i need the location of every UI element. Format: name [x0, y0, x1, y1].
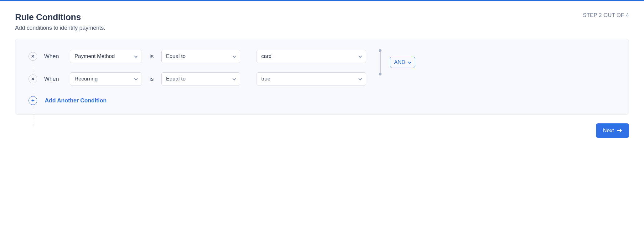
field-select-value: Payment Method	[75, 53, 115, 59]
operator-select-value: Equal to	[166, 76, 185, 82]
condition-row: ✕ When Payment Method is Equal to card	[29, 50, 366, 63]
add-condition-row: + Add Another Condition	[29, 96, 615, 105]
value-select-value: card	[261, 53, 272, 59]
conditions-container: ✕ When Payment Method is Equal to card	[29, 50, 615, 105]
operator-select[interactable]: Equal to	[161, 72, 240, 85]
operator-select-value: Equal to	[166, 53, 185, 59]
step-indicator: STEP 2 OUT OF 4	[583, 12, 629, 18]
close-icon: ✕	[31, 77, 35, 81]
arrow-right-icon	[617, 128, 622, 133]
add-condition-button[interactable]: +	[29, 96, 37, 105]
bracket-line	[380, 51, 381, 74]
chevron-down-icon	[358, 77, 362, 80]
condition-row: ✕ When Recurring is Equal to true	[29, 72, 366, 85]
remove-condition-button[interactable]: ✕	[29, 75, 37, 83]
conditions-panel: ✕ When Payment Method is Equal to card	[15, 39, 629, 115]
field-select[interactable]: Recurring	[70, 72, 142, 85]
page-header: Rule Conditions STEP 2 OUT OF 4	[15, 12, 629, 22]
operator-select[interactable]: Equal to	[161, 50, 240, 63]
page-footer: Next	[15, 123, 629, 138]
page-title: Rule Conditions	[15, 12, 81, 22]
page-subtitle: Add conditions to identify payments.	[15, 25, 629, 31]
value-select[interactable]: true	[257, 72, 366, 85]
rule-conditions-page: Rule Conditions STEP 2 OUT OF 4 Add cond…	[0, 0, 644, 148]
when-label: When	[44, 53, 63, 60]
value-select[interactable]: card	[257, 50, 366, 63]
chevron-down-icon	[232, 77, 236, 80]
field-select-value: Recurring	[75, 76, 98, 82]
chevron-down-icon	[232, 54, 236, 58]
condition-rows: ✕ When Payment Method is Equal to card	[29, 50, 366, 85]
value-select-value: true	[261, 76, 270, 82]
combinator-select[interactable]: AND	[390, 57, 415, 68]
combinator-label: AND	[394, 59, 405, 65]
chevron-down-icon	[134, 77, 138, 80]
is-label: is	[149, 76, 154, 82]
chevron-down-icon	[408, 60, 411, 64]
next-button[interactable]: Next	[596, 123, 629, 138]
when-label: When	[44, 76, 63, 82]
chevron-down-icon	[134, 54, 138, 58]
next-button-label: Next	[603, 127, 614, 134]
combinator-bracket	[379, 49, 386, 76]
bracket-dot-icon	[379, 73, 382, 75]
field-select[interactable]: Payment Method	[70, 50, 142, 63]
remove-condition-button[interactable]: ✕	[29, 52, 37, 61]
close-icon: ✕	[31, 54, 35, 59]
plus-icon: +	[31, 98, 35, 103]
is-label: is	[149, 53, 154, 60]
chevron-down-icon	[358, 54, 362, 58]
add-condition-link[interactable]: Add Another Condition	[45, 97, 106, 104]
combinator-column: AND	[373, 48, 415, 77]
